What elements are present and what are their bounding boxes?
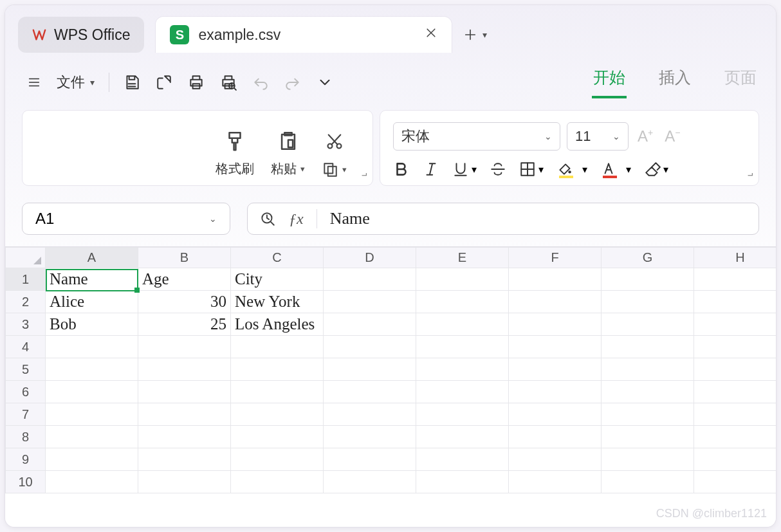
cell[interactable] [602, 358, 694, 381]
cell[interactable] [694, 471, 776, 493]
cell[interactable] [416, 336, 509, 358]
cell[interactable] [138, 381, 231, 403]
cell[interactable] [324, 268, 416, 291]
save-button[interactable] [120, 71, 144, 93]
font-name-combobox[interactable]: 宋体 ⌄ [393, 122, 560, 151]
cell[interactable] [602, 313, 694, 336]
new-tab-button[interactable]: ▾ [463, 28, 487, 42]
cell[interactable] [46, 381, 138, 403]
fill-color-button[interactable]: ▾ [556, 161, 587, 178]
cell[interactable] [324, 471, 416, 493]
borders-button[interactable]: ▾ [519, 161, 544, 178]
cell[interactable]: New York [231, 291, 324, 313]
cell[interactable] [324, 336, 416, 358]
close-tab-button[interactable] [425, 26, 437, 43]
cell[interactable] [416, 381, 509, 403]
cell[interactable] [138, 336, 231, 358]
cell[interactable] [602, 426, 694, 448]
formula-bar[interactable]: ƒx Name [247, 203, 759, 235]
dialog-launcher-icon[interactable]: ⌐ [362, 170, 367, 181]
cell[interactable] [324, 403, 416, 426]
row-header[interactable]: 8 [6, 426, 46, 448]
cell[interactable] [324, 381, 416, 403]
cell[interactable] [416, 403, 509, 426]
cell[interactable] [324, 358, 416, 381]
name-box[interactable]: A1 ⌄ [22, 203, 230, 235]
cell[interactable] [602, 381, 694, 403]
tab-start[interactable]: 开始 [592, 66, 627, 98]
row-header[interactable]: 9 [6, 448, 46, 471]
cell[interactable] [46, 426, 138, 448]
cell[interactable] [602, 471, 694, 493]
file-menu[interactable]: 文件 ▾ [53, 70, 98, 95]
cell[interactable] [509, 291, 602, 313]
cell[interactable] [231, 336, 324, 358]
col-header[interactable]: C [231, 248, 324, 268]
print-preview-button[interactable] [216, 71, 241, 93]
cell[interactable] [231, 381, 324, 403]
cell[interactable]: City [231, 268, 324, 291]
strikethrough-button[interactable] [490, 161, 506, 178]
eraser-button[interactable]: ▾ [644, 161, 668, 178]
cell[interactable]: Los Angeles [231, 313, 324, 336]
col-header[interactable]: F [509, 248, 602, 268]
trace-icon[interactable] [259, 210, 276, 227]
cell[interactable] [602, 448, 694, 471]
cell[interactable] [694, 268, 776, 291]
italic-button[interactable] [423, 161, 439, 178]
spreadsheet-grid[interactable]: A B C D E F G H 1NameAgeCity2Alice30New … [5, 246, 776, 493]
cell[interactable] [509, 358, 602, 381]
cell[interactable] [324, 448, 416, 471]
cell[interactable] [509, 313, 602, 336]
cell[interactable]: 30 [138, 291, 231, 313]
col-header[interactable]: D [324, 248, 416, 268]
cell[interactable] [46, 448, 138, 471]
cell[interactable] [509, 471, 602, 493]
cell[interactable] [416, 358, 509, 381]
col-header[interactable]: G [602, 248, 694, 268]
cell[interactable] [694, 426, 776, 448]
cell[interactable] [46, 358, 138, 381]
cell[interactable] [602, 403, 694, 426]
cell[interactable] [416, 471, 509, 493]
cell[interactable] [694, 403, 776, 426]
font-size-combobox[interactable]: 11 ⌄ [567, 122, 629, 151]
format-painter-button[interactable]: 格式刷 [216, 127, 254, 178]
shrink-font-button[interactable]: A− [662, 127, 683, 145]
cell[interactable] [231, 426, 324, 448]
file-tab[interactable]: S example.csv [156, 17, 452, 53]
cell[interactable] [231, 448, 324, 471]
cell[interactable] [46, 471, 138, 493]
cell[interactable] [509, 268, 602, 291]
row-header[interactable]: 6 [6, 381, 46, 403]
cell[interactable] [324, 291, 416, 313]
cell[interactable] [694, 291, 776, 313]
cell[interactable] [416, 426, 509, 448]
cell[interactable]: 25 [138, 313, 231, 336]
row-header[interactable]: 2 [6, 291, 46, 313]
cell[interactable] [602, 291, 694, 313]
col-header[interactable]: A [46, 248, 138, 268]
cell[interactable] [324, 313, 416, 336]
cell[interactable] [138, 426, 231, 448]
cell[interactable] [694, 448, 776, 471]
cell[interactable] [231, 471, 324, 493]
cell[interactable] [509, 426, 602, 448]
cell[interactable] [138, 448, 231, 471]
cut-icon[interactable] [326, 133, 344, 151]
cell[interactable] [694, 313, 776, 336]
cell[interactable] [138, 471, 231, 493]
cell[interactable] [46, 403, 138, 426]
col-header[interactable]: E [416, 248, 509, 268]
dialog-launcher-icon[interactable]: ⌐ [748, 170, 753, 181]
cell[interactable] [416, 268, 509, 291]
row-header[interactable]: 4 [6, 336, 46, 358]
tab-page[interactable]: 页面 [723, 66, 758, 98]
paste-button[interactable]: 粘贴▾ [271, 127, 305, 178]
cell[interactable] [416, 448, 509, 471]
cell[interactable]: Bob [46, 313, 138, 336]
cell[interactable] [46, 336, 138, 358]
cell[interactable] [416, 291, 509, 313]
print-button[interactable] [184, 71, 208, 93]
cell[interactable] [509, 403, 602, 426]
